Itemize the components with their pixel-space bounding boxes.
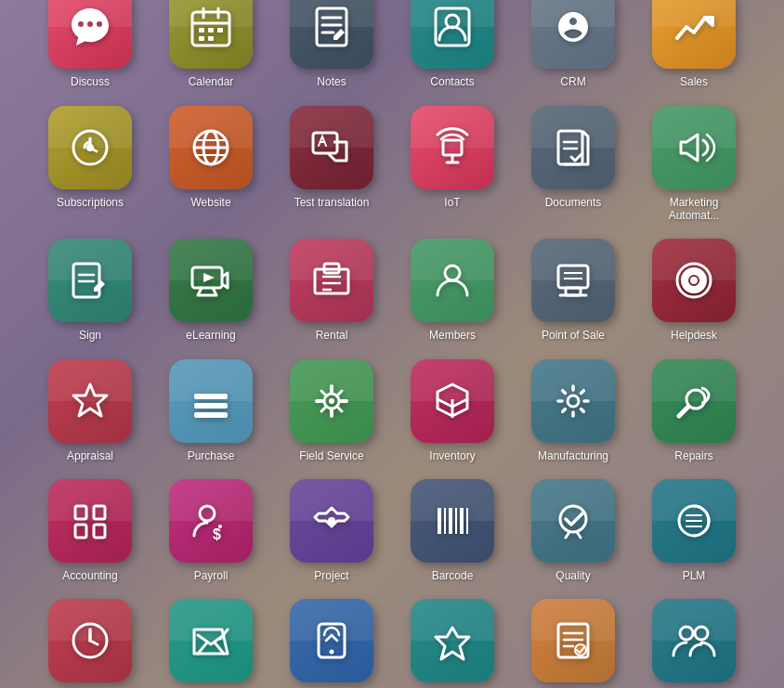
app-label-sign: Sign bbox=[79, 329, 101, 342]
svg-rect-66 bbox=[438, 508, 441, 534]
svg-rect-68 bbox=[449, 508, 452, 534]
app-icon-timesheets bbox=[48, 599, 132, 682]
svg-point-16 bbox=[86, 144, 94, 151]
app-item-contacts[interactable]: Contacts bbox=[397, 0, 508, 89]
svg-point-62 bbox=[200, 506, 215, 521]
app-icon-notes bbox=[290, 0, 373, 69]
app-label-notes: Notes bbox=[317, 75, 346, 88]
app-icon-iot bbox=[411, 106, 494, 189]
app-icon-sign bbox=[48, 239, 132, 322]
app-item-plm[interactable]: PLM bbox=[638, 479, 750, 582]
app-icon-repairs bbox=[652, 359, 736, 443]
app-item-discuss[interactable]: Discuss bbox=[34, 0, 146, 89]
app-icon-barcode bbox=[411, 479, 494, 563]
app-item-field-service[interactable]: Field Service bbox=[276, 359, 387, 462]
app-icon-quality bbox=[531, 479, 615, 563]
app-item-inventory[interactable]: Inventory bbox=[397, 359, 508, 462]
app-item-members[interactable]: Members bbox=[397, 239, 508, 342]
svg-rect-7 bbox=[199, 36, 204, 41]
svg-rect-60 bbox=[75, 525, 86, 538]
app-label-rental: Rental bbox=[316, 329, 348, 342]
app-label-test-translation: Test translation bbox=[294, 196, 370, 209]
app-icon-events bbox=[411, 599, 494, 682]
app-item-timesheets[interactable]: Timesheets bbox=[34, 599, 146, 688]
app-label-purchase: Purchase bbox=[188, 449, 235, 462]
app-label-inventory: Inventory bbox=[429, 449, 475, 462]
app-label-project: Project bbox=[314, 569, 348, 582]
app-icon-calendar bbox=[169, 0, 253, 69]
app-item-employees[interactable]: Employees bbox=[638, 599, 750, 688]
svg-point-65 bbox=[328, 517, 335, 525]
svg-rect-50 bbox=[194, 403, 228, 409]
app-item-repairs[interactable]: Repairs bbox=[638, 359, 750, 462]
app-icon-elearning bbox=[169, 239, 253, 322]
app-item-appraisal[interactable]: Appraisal bbox=[34, 359, 146, 462]
app-label-subscriptions: Subscriptions bbox=[57, 196, 124, 209]
app-item-subscriptions[interactable]: Subscriptions bbox=[34, 106, 146, 223]
app-icon-helpdesk bbox=[652, 239, 736, 322]
app-item-marketing-automation[interactable]: Marketing Automat... bbox=[638, 106, 750, 223]
app-item-surveys[interactable]: Surveys bbox=[517, 599, 629, 688]
app-label-elearning: eLearning bbox=[186, 329, 235, 342]
app-item-project[interactable]: Project bbox=[276, 479, 387, 582]
app-item-elearning[interactable]: eLearning bbox=[155, 239, 267, 342]
svg-point-53 bbox=[329, 398, 334, 404]
app-item-rental[interactable]: Rental bbox=[276, 239, 387, 342]
app-icon-accounting bbox=[48, 479, 132, 563]
svg-point-39 bbox=[445, 266, 460, 280]
app-label-appraisal: Appraisal bbox=[67, 449, 113, 462]
app-item-documents[interactable]: Documents bbox=[517, 106, 629, 223]
app-item-notes[interactable]: Notes bbox=[276, 0, 387, 89]
app-icon-subscriptions bbox=[48, 106, 132, 189]
app-item-manufacturing[interactable]: Manufacturing bbox=[517, 359, 629, 462]
app-item-barcode[interactable]: Barcode bbox=[397, 479, 508, 582]
app-item-test-translation[interactable]: Test translation bbox=[276, 106, 387, 223]
app-icon-discuss bbox=[48, 0, 132, 69]
app-item-helpdesk[interactable]: Helpdesk bbox=[638, 239, 750, 342]
app-icon-field-service bbox=[290, 359, 373, 443]
app-item-events[interactable]: Events bbox=[397, 599, 508, 688]
app-icon-contacts bbox=[411, 0, 494, 69]
svg-point-85 bbox=[695, 627, 708, 640]
app-item-email-marketing[interactable]: Email Marketing bbox=[155, 599, 267, 688]
app-item-website[interactable]: Website bbox=[155, 106, 267, 223]
app-item-sales[interactable]: Sales bbox=[638, 0, 750, 89]
svg-rect-23 bbox=[443, 140, 462, 155]
app-label-repairs: Repairs bbox=[674, 449, 712, 462]
app-item-accounting[interactable]: Accounting bbox=[34, 479, 146, 582]
app-label-calendar: Calendar bbox=[189, 75, 234, 88]
svg-rect-61 bbox=[94, 525, 105, 538]
app-label-accounting: Accounting bbox=[62, 569, 117, 582]
svg-rect-40 bbox=[558, 266, 588, 288]
app-item-mass-sms[interactable]: Mass SMS bbox=[276, 599, 387, 688]
app-icon-crm bbox=[531, 0, 615, 69]
app-icon-manufacturing bbox=[531, 359, 615, 443]
svg-marker-48 bbox=[73, 384, 107, 416]
app-item-iot[interactable]: IoT bbox=[397, 106, 508, 223]
app-icon-email-marketing bbox=[169, 599, 253, 682]
app-item-purchase[interactable]: Purchase bbox=[155, 359, 267, 462]
app-label-documents: Documents bbox=[545, 196, 602, 209]
app-label-sales: Sales bbox=[680, 75, 708, 88]
app-item-crm[interactable]: CRM bbox=[517, 0, 629, 89]
app-icon-test-translation bbox=[290, 106, 373, 189]
app-icon-payroll: $ bbox=[169, 479, 253, 563]
svg-rect-8 bbox=[208, 36, 214, 41]
svg-rect-59 bbox=[94, 506, 105, 519]
app-label-iot: IoT bbox=[444, 196, 460, 209]
app-item-point-of-sale[interactable]: Point of Sale bbox=[517, 239, 629, 342]
app-label-marketing-automation: Marketing Automat... bbox=[647, 196, 740, 223]
app-item-sign[interactable]: Sign bbox=[34, 239, 146, 342]
app-grid: DiscussCalendarNotesContactsCRMSalesSubs… bbox=[16, 0, 768, 688]
svg-point-84 bbox=[680, 627, 693, 640]
app-label-payroll: Payroll bbox=[194, 569, 229, 582]
app-icon-website bbox=[169, 106, 253, 189]
app-label-crm: CRM bbox=[560, 75, 585, 88]
app-label-helpdesk: Helpdesk bbox=[671, 329, 717, 342]
app-item-quality[interactable]: Quality bbox=[517, 479, 629, 582]
app-icon-plm bbox=[652, 479, 736, 563]
app-icon-mass-sms bbox=[290, 599, 373, 682]
app-item-calendar[interactable]: Calendar bbox=[155, 0, 267, 89]
app-label-members: Members bbox=[429, 329, 476, 342]
app-item-payroll[interactable]: $Payroll bbox=[155, 479, 267, 582]
